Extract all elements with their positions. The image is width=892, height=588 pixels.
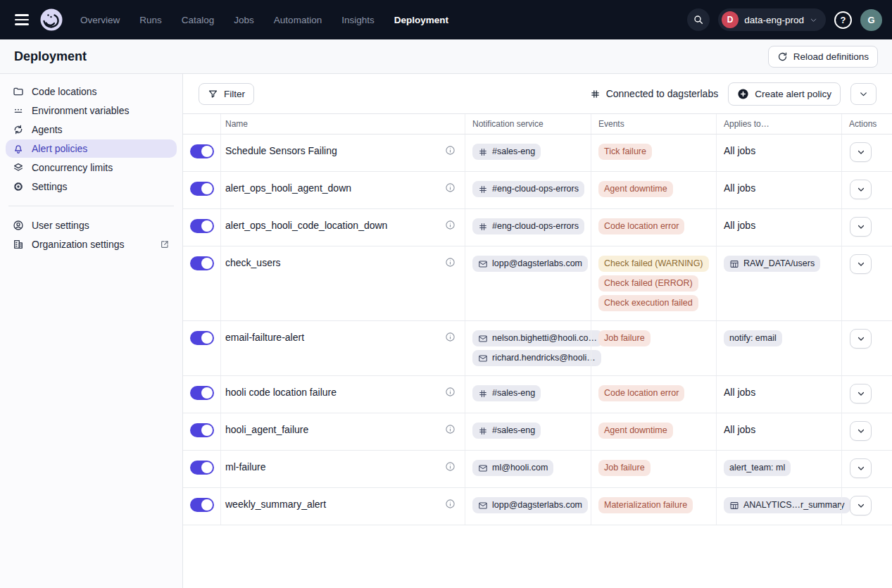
search-button[interactable] — [687, 8, 710, 31]
event-chip: Check failed (ERROR) — [598, 275, 698, 292]
nav-item-jobs[interactable]: Jobs — [234, 15, 254, 25]
value-chip: nelson.bighetti@hooli.co… — [472, 330, 603, 346]
alert-policy-name: weekly_summary_alert — [225, 497, 326, 512]
applies-to-cell: All jobs — [716, 413, 841, 450]
notification-service-cell: #eng-cloud-ops-errors — [465, 172, 591, 208]
workspace-switcher[interactable]: D data-eng-prod — [718, 8, 826, 31]
value-chip: #eng-cloud-ops-errors — [472, 218, 584, 234]
applies-to-cell: All jobs — [716, 376, 841, 413]
sidebar-item-environment-variables[interactable]: Environment variables — [6, 101, 177, 120]
enabled-toggle[interactable] — [190, 219, 214, 233]
value-chip: lopp@dagsterlabs.com — [472, 256, 588, 272]
info-icon[interactable] — [445, 220, 456, 230]
primary-nav: OverviewRunsCatalogJobsAutomationInsight… — [80, 15, 448, 25]
alert-policy-name: email-failture-alert — [225, 330, 304, 345]
filter-button[interactable]: Filter — [199, 83, 254, 105]
row-actions-button[interactable] — [850, 458, 872, 478]
info-icon[interactable] — [445, 332, 456, 342]
sidebar-item-alert-policies[interactable]: Alert policies — [6, 139, 177, 158]
enabled-toggle[interactable] — [190, 256, 214, 270]
slack-icon — [478, 389, 488, 399]
enabled-toggle[interactable] — [190, 423, 214, 437]
nav-item-deployment[interactable]: Deployment — [394, 15, 448, 25]
row-actions-button[interactable] — [850, 254, 872, 274]
applies-to-cell: RAW_DATA/users — [716, 246, 841, 320]
row-actions-button[interactable] — [850, 421, 872, 441]
workspace-badge: D — [722, 11, 739, 28]
enabled-toggle[interactable] — [190, 144, 214, 158]
value-chip: #sales-eng — [472, 423, 541, 439]
row-actions-button[interactable] — [850, 384, 872, 404]
sidebar-item-concurrency-limits[interactable]: Concurrency limits — [6, 158, 177, 177]
help-button[interactable]: ? — [834, 11, 852, 29]
row-actions-button[interactable] — [850, 496, 872, 515]
enabled-toggle[interactable] — [190, 386, 214, 400]
nav-item-insights[interactable]: Insights — [341, 15, 375, 25]
email-icon — [478, 334, 488, 344]
row-actions-button[interactable] — [850, 180, 872, 199]
events-cell: Materialization failure — [591, 488, 716, 525]
grid-icon — [729, 259, 739, 269]
info-icon[interactable] — [445, 424, 456, 434]
event-chip: Check execution failed — [598, 295, 698, 311]
sidebar-item-user-settings[interactable]: User settings — [6, 216, 177, 234]
info-icon[interactable] — [445, 387, 456, 397]
applies-to-cell: All jobs — [716, 209, 841, 246]
row-actions-button[interactable] — [850, 329, 872, 349]
table-header: Name Notification service Events Applies… — [183, 113, 892, 135]
sidebar-item-label: Organization settings — [32, 239, 125, 250]
notification-service-cell: #sales-eng — [465, 413, 591, 450]
applies-to-column-header: Applies to… — [716, 114, 841, 134]
connected-label: Connected to dagsterlabs — [606, 88, 719, 99]
event-chip: Check failed (WARNING) — [598, 256, 709, 272]
info-icon[interactable] — [445, 499, 456, 509]
create-alert-policy-button[interactable]: Create alert policy — [728, 82, 841, 106]
nav-item-runs[interactable]: Runs — [139, 15, 162, 25]
info-icon[interactable] — [445, 461, 456, 472]
sidebar-item-code-locations[interactable]: Code locations — [6, 82, 177, 101]
sidebar-item-label: Agents — [32, 124, 63, 135]
enabled-toggle[interactable] — [190, 461, 214, 475]
workspace-name: data-eng-prod — [744, 15, 804, 25]
nav-item-overview[interactable]: Overview — [80, 15, 120, 25]
sidebar-item-label: Code locations — [32, 86, 97, 97]
slack-connection-status: Connected to dagsterlabs — [590, 88, 719, 99]
sidebar-item-label: User settings — [32, 220, 89, 231]
info-icon[interactable] — [445, 182, 456, 193]
enabled-toggle[interactable] — [190, 331, 214, 345]
create-alert-policy-menu-button[interactable] — [850, 83, 877, 105]
event-chip: Agent downtime — [598, 423, 673, 439]
info-icon[interactable] — [445, 145, 456, 156]
search-icon — [693, 14, 704, 25]
reload-definitions-button[interactable]: Reload definitions — [768, 46, 878, 68]
user-icon — [13, 220, 24, 231]
sidebar-item-organization-settings[interactable]: Organization settings — [6, 235, 177, 254]
alert-policies-main: Filter Connected to dagsterlabs Create a… — [183, 74, 892, 588]
nav-item-catalog[interactable]: Catalog — [182, 15, 215, 25]
table-row: check_users lopp@dagsterlabs.com Check f… — [183, 246, 892, 321]
info-icon[interactable] — [445, 257, 456, 268]
value-chip: richard.hendricks@hooli… — [472, 350, 601, 366]
enabled-toggle[interactable] — [190, 498, 214, 512]
bell-icon — [13, 143, 24, 154]
sidebar-item-settings[interactable]: Settings — [6, 177, 177, 196]
enabled-toggle[interactable] — [190, 182, 214, 196]
events-column-header: Events — [591, 114, 716, 134]
applies-to-text: All jobs — [724, 423, 755, 437]
row-actions-button[interactable] — [850, 217, 872, 237]
table-row: hooli code location failure #sales-eng C… — [183, 376, 892, 413]
chevron-down-icon — [857, 185, 865, 194]
applies-to-text: All jobs — [724, 144, 755, 158]
nav-item-automation[interactable]: Automation — [274, 15, 322, 25]
email-icon — [478, 501, 488, 511]
sidebar-item-agents[interactable]: Agents — [6, 120, 177, 139]
slack-icon — [590, 89, 601, 99]
chevron-down-icon — [857, 260, 865, 268]
user-avatar[interactable]: G — [860, 9, 882, 31]
row-actions-button[interactable] — [850, 142, 872, 162]
event-chip: Code location error — [598, 218, 684, 234]
events-cell: Code location error — [591, 376, 716, 413]
hamburger-menu-button[interactable] — [10, 8, 34, 32]
toggle-column-header — [183, 114, 220, 134]
value-chip: ml@hooli.com — [472, 460, 553, 476]
